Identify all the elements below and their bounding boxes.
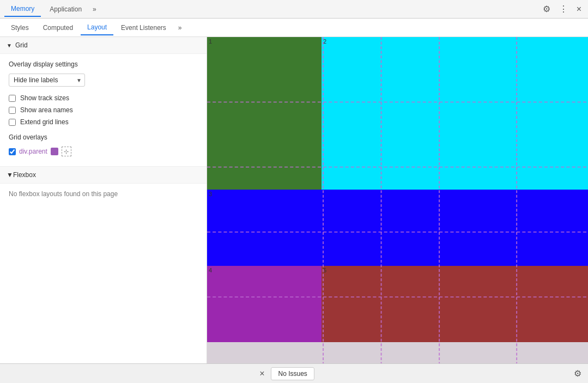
show-area-names-checkbox[interactable] (9, 107, 16, 114)
grid-preview: 1 2 3 4 5 (207, 37, 588, 363)
cell-label-4: 4 (209, 267, 212, 273)
tab-memory[interactable]: Memory (4, 2, 41, 17)
second-tab-bar: Styles Computed Layout Event Listeners » (0, 19, 588, 37)
grid-section-title: Grid (15, 41, 28, 49)
overlay-div-parent-checkbox[interactable] (9, 148, 16, 155)
grid-section-header[interactable]: ▼ Grid (0, 37, 207, 54)
overlay-display-select[interactable]: Hide line labels Show line numbers Show … (9, 74, 85, 87)
bottom-bar: × No Issues ⚙ (0, 363, 588, 383)
cell-label-2: 2 (323, 38, 326, 45)
left-panel: ▼ Grid Overlay display settings Hide lin… (0, 37, 207, 363)
show-track-sizes-row: Show track sizes (9, 94, 198, 102)
show-track-sizes-label: Show track sizes (20, 94, 69, 102)
tab-styles[interactable]: Styles (4, 21, 35, 35)
overlay-target-icon[interactable]: ⊹ (62, 147, 71, 156)
show-area-names-row: Show area names (9, 106, 198, 114)
tab-event-listeners[interactable]: Event Listeners (114, 21, 173, 35)
grid-region-2: 2 (322, 37, 588, 190)
more-options-icon[interactable]: ⋮ (557, 3, 570, 15)
grid-arrow-icon: ▼ (7, 42, 12, 48)
cell-label-3: 3 (209, 191, 212, 197)
grid-region-1: 1 (207, 37, 322, 190)
main-area: ▼ Grid Overlay display settings Hide lin… (0, 37, 588, 363)
cell-label-1: 1 (209, 38, 212, 45)
hide-line-labels-select-wrapper: Hide line labels Show line numbers Show … (9, 74, 85, 87)
tab-application[interactable]: Application (43, 2, 88, 16)
bottom-close-icon[interactable]: × (257, 368, 266, 380)
overlay-settings-label: Overlay display settings (9, 60, 198, 68)
grid-section-body: Overlay display settings Hide line label… (0, 54, 207, 166)
grid-region-5: 5 (322, 266, 588, 342)
extend-grid-lines-checkbox[interactable] (9, 119, 16, 126)
extend-grid-lines-label: Extend grid lines (20, 118, 69, 126)
show-track-sizes-checkbox[interactable] (9, 95, 16, 102)
grid-region-3: 3 (207, 190, 588, 266)
bottom-gear-icon[interactable]: ⚙ (572, 367, 584, 380)
show-area-names-label: Show area names (20, 106, 73, 114)
no-flexbox-text: No flexbox layouts found on this page (0, 184, 207, 204)
close-devtools-icon[interactable]: × (574, 3, 584, 15)
overlay-item-div-parent: div.parent ⊹ (9, 147, 198, 156)
second-tab-more[interactable]: » (176, 22, 184, 34)
grid-overlays-label: Grid overlays (9, 133, 198, 141)
no-issues-button[interactable]: No Issues (271, 367, 314, 380)
grid-region-4: 4 (207, 266, 322, 342)
tab-layout[interactable]: Layout (81, 20, 113, 35)
top-tab-more[interactable]: » (90, 3, 99, 15)
flexbox-section-header[interactable]: ▼ Flexbox (0, 166, 207, 184)
top-tab-icons: ⚙ ⋮ × (541, 3, 584, 15)
tab-computed[interactable]: Computed (37, 21, 80, 35)
extend-grid-lines-row: Extend grid lines (9, 118, 198, 126)
top-tab-bar: Memory Application » ⚙ ⋮ × (0, 0, 588, 19)
flexbox-arrow-icon: ▼ (7, 171, 13, 179)
overlay-class-name: div.parent (19, 148, 47, 155)
cell-label-5: 5 (323, 267, 326, 273)
flexbox-section-title: Flexbox (13, 171, 36, 179)
overlay-color-swatch (51, 148, 58, 155)
right-panel: 1 2 3 4 5 (207, 37, 588, 363)
settings-icon[interactable]: ⚙ (541, 3, 553, 15)
